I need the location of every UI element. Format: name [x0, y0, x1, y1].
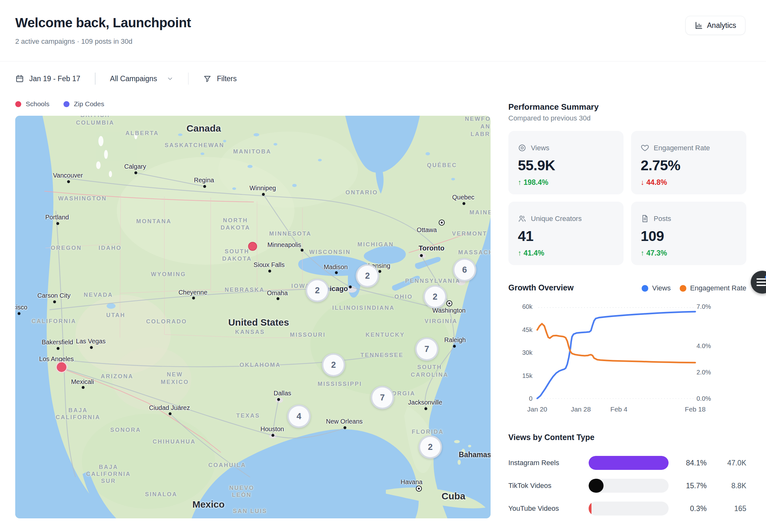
- map-region-label: COLORADO: [146, 318, 187, 325]
- map-cluster-marker[interactable]: 2: [423, 285, 447, 308]
- legend-label: Schools: [26, 100, 49, 108]
- content-pct: 84.1%: [669, 459, 707, 467]
- map-cluster-marker[interactable]: 2: [306, 279, 329, 302]
- city-label: Toronto: [419, 244, 444, 252]
- map-country-label: Mexico: [192, 499, 225, 510]
- map-cluster-marker[interactable]: 2: [322, 353, 345, 377]
- chevron-down-icon: [166, 75, 173, 82]
- x-axis-tick: Feb 18: [685, 405, 705, 413]
- map-cluster-marker[interactable]: 7: [415, 337, 438, 361]
- map-region-label: DAKOTA: [221, 224, 250, 231]
- city-label: Omaha: [267, 289, 288, 297]
- growth-chart: 60k45k30k15k0 7.0%4.0%2.0%0.0% Jan 20Jan…: [508, 303, 750, 414]
- us-map[interactable]: BRITISHCOLUMBIAALBERTASASKATCHEWANMANITO…: [15, 116, 490, 518]
- filters-button[interactable]: Filters: [203, 75, 237, 83]
- map-country-label: Canada: [186, 123, 221, 134]
- funnel-icon: [203, 75, 212, 83]
- kpi-card: Unique Creators 41 ↑ 41.4%: [508, 202, 624, 265]
- city-dot: [301, 249, 304, 252]
- map-region-label: CALIFORNIA: [32, 318, 76, 325]
- legend-chip[interactable]: Schools: [15, 100, 49, 108]
- legend-label: Zip Codes: [74, 100, 104, 108]
- axis-tick: 30k: [508, 349, 532, 356]
- content-label: TikTok Videos: [508, 482, 589, 490]
- date-range-picker[interactable]: Jan 19 - Feb 17: [15, 74, 80, 83]
- series-dot-icon: [642, 285, 648, 292]
- floating-menu-button[interactable]: [751, 271, 766, 294]
- legend-chip[interactable]: Zip Codes: [63, 100, 104, 108]
- content-row: YouTube Videos 0.3% 165: [508, 502, 746, 516]
- city-dot: [169, 412, 172, 415]
- map-region-label: MINNESOTA: [269, 230, 312, 237]
- map-cluster-marker[interactable]: 6: [453, 258, 476, 282]
- map-region-label: SOUTH: [417, 364, 442, 371]
- city-dot: [18, 312, 21, 315]
- axis-tick: 0: [508, 395, 532, 402]
- city-dot: [204, 185, 206, 188]
- map-region-label: MONTANA: [136, 218, 172, 225]
- school-marker[interactable]: [56, 361, 67, 373]
- city-dot: [272, 434, 275, 437]
- city-dot: [453, 345, 456, 348]
- map-region-label: CALIFORNIA: [86, 471, 131, 477]
- delta-value: 44.8%: [646, 178, 667, 186]
- series-label: Engagement Rate: [690, 284, 746, 292]
- series-label: Views: [652, 284, 671, 292]
- city-label: Havana: [401, 478, 423, 486]
- map-region-label: TENNESSEE: [360, 352, 404, 359]
- city-dot: [57, 347, 60, 350]
- map-country-label: Bahamas: [459, 451, 490, 459]
- map-region-label: NUEVO: [229, 485, 254, 491]
- content-type-rows: Instagram Reels 84.1% 47.0K TikTok Video…: [508, 456, 746, 524]
- map-region-label: UTAH: [106, 312, 126, 319]
- city-label: Raleigh: [444, 336, 466, 344]
- map-cluster-marker[interactable]: 7: [371, 386, 394, 409]
- city-dot: [90, 346, 93, 349]
- map-region-label: NEWFOUN: [465, 116, 490, 122]
- growth-chart-svg: [537, 307, 695, 399]
- analytics-button[interactable]: Analytics: [685, 16, 745, 35]
- axis-tick: 0.0%: [697, 395, 711, 402]
- views-icon: [518, 144, 526, 152]
- city-dot: [439, 220, 445, 226]
- divider: [95, 73, 95, 85]
- content-type-title: Views by Content Type: [508, 433, 594, 442]
- city-label: New Orleans: [326, 418, 363, 425]
- map-region-label: WYOMING: [151, 271, 186, 278]
- map-region-label: MISSOURI: [290, 332, 326, 338]
- city-dot: [277, 398, 280, 401]
- city-dot: [446, 301, 452, 307]
- dashboard-page: Welcome back, Launchpoint 2 active campa…: [0, 0, 766, 532]
- city-dot: [56, 222, 59, 225]
- map-cluster-marker[interactable]: 2: [356, 264, 379, 288]
- city-dot: [335, 271, 338, 274]
- menu-lines-icon: [756, 278, 766, 280]
- map-cluster-marker[interactable]: 4: [287, 405, 311, 428]
- bar-chart-icon: [695, 21, 703, 29]
- content-row: Instagram Reels 84.1% 47.0K: [508, 456, 746, 470]
- map-region-label: FLORIDA: [412, 429, 444, 435]
- city-label: Mexicali: [71, 378, 94, 386]
- city-label: Los Angeles: [39, 355, 74, 363]
- city-dot: [67, 180, 70, 183]
- map-country-label: Cuba: [442, 491, 465, 502]
- kpi-label: Engagement Rate: [654, 144, 710, 152]
- school-marker[interactable]: [248, 242, 257, 251]
- map-region-label: MICHIGAN: [358, 241, 394, 248]
- legend-dot-icon: [63, 101, 69, 107]
- content-pct: 15.7%: [669, 482, 707, 490]
- date-range-label: Jan 19 - Feb 17: [29, 75, 80, 83]
- map-cluster-marker[interactable]: 2: [419, 435, 442, 459]
- city-label: Vancouver: [53, 172, 83, 179]
- content-bar-fill: [589, 456, 669, 470]
- city-dot: [269, 270, 271, 273]
- map-region-label: OHIO: [394, 294, 413, 300]
- kpi-delta: ↑ 41.4%: [518, 249, 614, 257]
- page-subtitle: 2 active campaigns · 109 posts in 30d: [15, 37, 132, 46]
- city-label: Houston: [261, 425, 284, 433]
- campaign-selector[interactable]: All Campaigns: [110, 75, 173, 83]
- map-region-label: VIRGINIA: [425, 318, 458, 325]
- content-bar-fill: [589, 502, 592, 516]
- map-region-label: KANSAS: [235, 329, 265, 335]
- filter-bar: Jan 19 - Feb 17 All Campaigns Filters: [15, 70, 237, 87]
